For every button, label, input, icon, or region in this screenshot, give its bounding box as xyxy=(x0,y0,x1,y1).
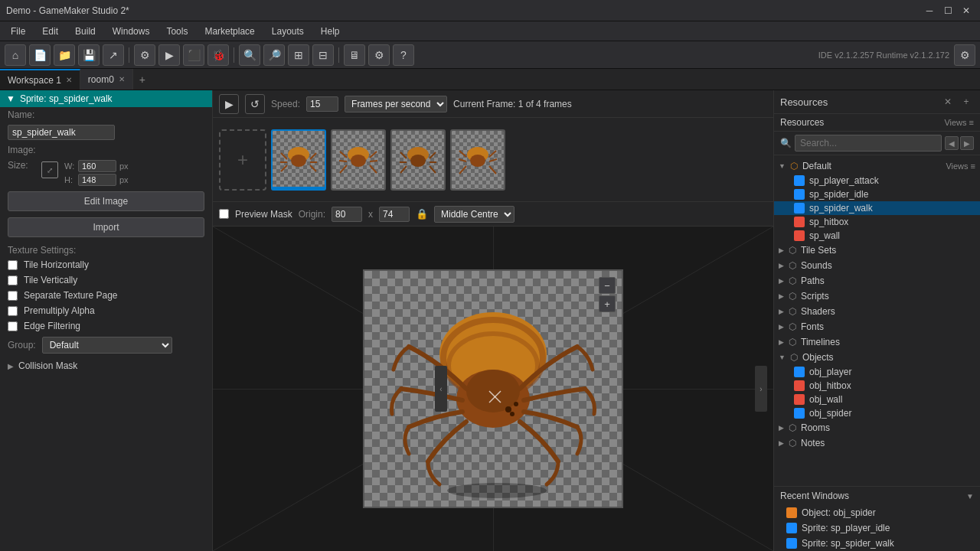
menu-marketplace[interactable]: Marketplace xyxy=(197,24,262,38)
zoom-in-canvas-button[interactable]: + xyxy=(599,295,616,312)
workspace-tab-close[interactable]: ✕ xyxy=(66,76,72,84)
sounds-group[interactable]: ▶ ⬡ Sounds xyxy=(774,258,980,273)
sprite-name-input[interactable] xyxy=(8,125,115,140)
home-button[interactable]: ⌂ xyxy=(5,44,26,66)
grid-button[interactable]: ⊟ xyxy=(312,44,334,66)
edge-filtering-checkbox[interactable] xyxy=(8,321,18,331)
tile-sets-group[interactable]: ▶ ⬡ Tile Sets xyxy=(774,243,980,258)
canvas-left-arrow[interactable]: ‹ xyxy=(435,366,447,412)
search-arrows: ◀ ▶ xyxy=(945,136,974,150)
menu-build[interactable]: Build xyxy=(67,24,103,38)
scripts-group[interactable]: ▶ ⬡ Scripts xyxy=(774,289,980,304)
default-group[interactable]: ▼ ⬡ Default Views ≡ xyxy=(774,158,980,174)
resource-button[interactable]: ⚙ xyxy=(134,44,155,66)
height-input[interactable] xyxy=(78,174,116,186)
recent-item-obj-spider[interactable]: Object: obj_spider xyxy=(774,505,980,520)
monitor-button[interactable]: 🖥 xyxy=(344,44,365,66)
sprite-play-button[interactable]: ▶ xyxy=(219,94,239,114)
tree-item-obj-player[interactable]: obj_player xyxy=(774,365,980,379)
sprite-loop-button[interactable]: ↺ xyxy=(245,94,265,114)
preview-mask-checkbox[interactable] xyxy=(219,209,229,219)
zoom-in-button[interactable]: 🔍 xyxy=(239,44,260,66)
settings-button[interactable]: ⚙ xyxy=(368,44,390,66)
recent-item-sp-spider-walk[interactable]: Sprite: sp_spider_walk xyxy=(774,536,980,551)
tree-item-sp-hitbox[interactable]: sp_hitbox xyxy=(774,215,980,229)
frame-thumb-4[interactable] xyxy=(450,129,505,191)
tree-item-obj-hitbox[interactable]: obj_hitbox xyxy=(774,379,980,393)
tile-vertically-checkbox[interactable] xyxy=(8,276,18,285)
search-prev-button[interactable]: ◀ xyxy=(945,136,959,150)
save-button[interactable]: 💾 xyxy=(78,44,100,66)
sp-spider-idle-label: sp_spider_idle xyxy=(809,189,868,200)
open-button[interactable]: 📁 xyxy=(54,44,75,66)
resources-search-input[interactable] xyxy=(795,135,942,152)
add-tab-button[interactable]: + xyxy=(133,69,152,90)
rooms-chevron: ▶ xyxy=(779,424,784,432)
anchor-select[interactable]: Middle Centre xyxy=(434,206,514,223)
play-button[interactable]: ▶ xyxy=(158,44,180,66)
menu-tools[interactable]: Tools xyxy=(158,24,195,38)
separate-texture-checkbox[interactable] xyxy=(8,291,18,301)
shaders-group[interactable]: ▶ ⬡ Shaders xyxy=(774,304,980,319)
room-tab[interactable]: room0 ✕ xyxy=(80,69,133,90)
help-btn[interactable]: ? xyxy=(393,44,414,66)
stop-button[interactable]: ⬛ xyxy=(183,44,204,66)
tree-item-sp-spider-idle[interactable]: sp_spider_idle xyxy=(774,187,980,201)
timelines-group[interactable]: ▶ ⬡ Timelines xyxy=(774,334,980,350)
tile-horizontally-checkbox[interactable] xyxy=(8,260,18,270)
tree-item-obj-wall[interactable]: obj_wall xyxy=(774,393,980,406)
paths-group[interactable]: ▶ ⬡ Paths xyxy=(774,273,980,289)
import-button[interactable]: Import xyxy=(8,217,204,237)
svg-line-4 xyxy=(281,165,287,171)
search-next-button[interactable]: ▶ xyxy=(960,136,974,150)
resources-add-button[interactable]: + xyxy=(959,95,974,109)
minimize-button[interactable]: ─ xyxy=(922,4,937,18)
new-button[interactable]: 📄 xyxy=(29,44,51,66)
menu-layouts[interactable]: Layouts xyxy=(264,24,312,38)
width-input[interactable] xyxy=(78,160,116,172)
rooms-group[interactable]: ▶ ⬡ Rooms xyxy=(774,420,980,435)
debug-button[interactable]: 🐞 xyxy=(207,44,229,66)
notes-group[interactable]: ▶ ⬡ Notes xyxy=(774,435,980,451)
tree-item-obj-spider[interactable]: obj_spider xyxy=(774,406,980,420)
zoom-out-canvas-button[interactable]: − xyxy=(599,277,616,294)
close-button[interactable]: ✕ xyxy=(959,4,974,18)
speed-input[interactable] xyxy=(306,96,338,112)
objects-group[interactable]: ▼ ⬡ Objects xyxy=(774,350,980,365)
tree-item-sp-wall[interactable]: sp_wall xyxy=(774,229,980,243)
premultiply-alpha-checkbox[interactable] xyxy=(8,306,18,316)
tree-item-sp-player-attack[interactable]: sp_player_attack xyxy=(774,174,980,187)
zoom-out-button[interactable]: 🔎 xyxy=(263,44,285,66)
title-text: Demo - GameMaker Studio 2* xyxy=(6,5,129,16)
collision-mask-row[interactable]: ▶ Collision Mask xyxy=(0,357,212,375)
frame-thumb-3[interactable] xyxy=(390,129,446,191)
origin-y-input[interactable] xyxy=(379,207,410,222)
origin-x-input[interactable] xyxy=(332,207,362,222)
views-btn[interactable]: Views ≡ xyxy=(946,161,975,171)
menu-help[interactable]: Help xyxy=(313,24,348,38)
canvas-right-arrow[interactable]: › xyxy=(755,366,767,412)
menu-file[interactable]: File xyxy=(3,24,33,38)
tile-vertically-row: Tile Vertically xyxy=(0,272,212,288)
preferences-button[interactable]: ⚙ xyxy=(954,44,975,66)
recent-windows-header[interactable]: Recent Windows ▼ xyxy=(774,487,980,505)
resources-close-button[interactable]: ✕ xyxy=(940,95,956,109)
fps-select[interactable]: Frames per second xyxy=(345,96,447,112)
recent-item-sp-player-idle[interactable]: Sprite: sp_player_idle xyxy=(774,520,980,536)
group-select[interactable]: Default xyxy=(42,337,172,354)
tree-item-sp-spider-walk[interactable]: sp_spider_walk xyxy=(774,201,980,215)
frame-thumb-2[interactable] xyxy=(331,129,386,191)
lock-icon[interactable]: 🔒 xyxy=(416,208,428,220)
room-tab-close[interactable]: ✕ xyxy=(119,75,125,83)
workspace-tab[interactable]: Workspace 1 ✕ xyxy=(0,69,80,90)
add-frame-button[interactable]: + xyxy=(219,129,266,191)
menu-edit[interactable]: Edit xyxy=(34,24,66,38)
fonts-group[interactable]: ▶ ⬡ Fonts xyxy=(774,319,980,334)
sprite-canvas[interactable]: − + xyxy=(363,269,623,508)
export-button[interactable]: ↗ xyxy=(103,44,124,66)
frame-thumb-1[interactable] xyxy=(271,129,326,191)
menu-windows[interactable]: Windows xyxy=(105,24,158,38)
restore-button[interactable]: ☐ xyxy=(940,4,956,18)
edit-image-button[interactable]: Edit Image xyxy=(8,191,204,211)
zoom-fit-button[interactable]: ⊞ xyxy=(288,44,309,66)
